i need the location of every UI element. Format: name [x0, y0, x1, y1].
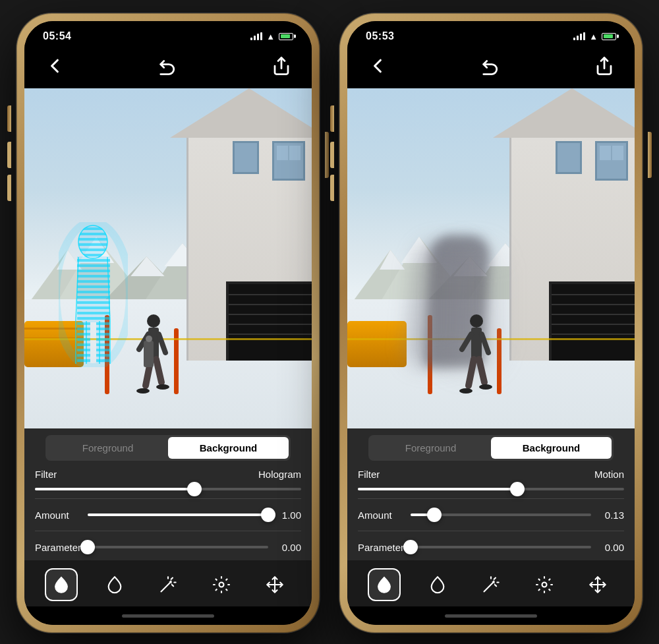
droplet-filled-tool-right[interactable]: [368, 568, 401, 601]
battery-icon-right: [602, 33, 616, 40]
time-right: 05:53: [366, 30, 394, 42]
segment-control-right[interactable]: Foreground Background: [368, 435, 614, 461]
parameter-value-right: 0.00: [598, 542, 624, 553]
top-nav-right: [347, 46, 635, 88]
svg-point-41: [219, 583, 223, 587]
parameter-slider-left[interactable]: [88, 541, 268, 554]
filter-label-right: Filter: [358, 469, 594, 480]
signal-icon: [250, 32, 262, 40]
photo-area-right: [347, 88, 635, 428]
svg-line-60: [479, 359, 484, 382]
filter-slider-left[interactable]: [35, 483, 301, 496]
gear-tool-right[interactable]: [528, 568, 561, 601]
svg-point-55: [470, 314, 483, 328]
svg-line-65: [494, 578, 496, 579]
status-bar-right: 05:53 ▲: [347, 21, 635, 46]
parameter-label-right: Parameter: [358, 542, 404, 553]
amount-label-left: Amount: [35, 510, 81, 521]
svg-line-67: [495, 585, 496, 586]
status-bar-left: 05:54 ▲: [24, 21, 312, 46]
share-button-right[interactable]: [590, 51, 619, 80]
filter-label-left: Filter: [35, 469, 258, 480]
time-left: 05:54: [43, 30, 71, 42]
signal-icon-right: [573, 32, 585, 40]
svg-point-35: [156, 384, 169, 390]
svg-marker-9: [130, 256, 164, 276]
background-tab-left[interactable]: Background: [168, 437, 289, 459]
segment-control-left[interactable]: Foreground Background: [45, 435, 291, 461]
amount-row-right: Amount 0.13: [347, 502, 635, 528]
svg-line-31: [159, 334, 165, 353]
back-button-right[interactable]: [363, 51, 392, 80]
wifi-icon: ▲: [266, 32, 275, 42]
amount-value-left: 1.00: [275, 510, 301, 521]
svg-point-28: [147, 314, 160, 328]
bottom-toolbar-right: [347, 560, 635, 606]
svg-line-63: [484, 581, 494, 591]
parameter-label-left: Parameter: [35, 542, 81, 553]
move-tool-right[interactable]: [581, 568, 614, 601]
parameter-row-right: Parameter 0.00: [347, 534, 635, 560]
amount-slider-right[interactable]: [411, 508, 591, 521]
status-icons-right: ▲: [573, 32, 616, 42]
amount-label-right: Amount: [358, 510, 404, 521]
left-phone: 05:54 ▲: [16, 13, 320, 633]
svg-point-61: [459, 388, 473, 394]
control-panel-right: Foreground Background Filter Motion: [347, 428, 635, 560]
home-indicator-left: [24, 606, 312, 625]
move-tool-left[interactable]: [258, 568, 291, 601]
svg-line-38: [171, 578, 173, 579]
svg-point-68: [542, 583, 546, 587]
filter-row-left: Filter Hologram: [24, 465, 312, 480]
svg-line-33: [156, 359, 161, 382]
photo-area-left: [24, 88, 312, 428]
wifi-icon-right: ▲: [589, 32, 598, 42]
battery-icon: [279, 33, 293, 40]
svg-point-62: [479, 384, 492, 390]
droplet-filled-tool-left[interactable]: [45, 568, 78, 601]
parameter-slider-right[interactable]: [411, 541, 591, 554]
filter-value-left: Hologram: [258, 469, 301, 480]
svg-line-36: [161, 581, 171, 591]
svg-line-57: [462, 334, 471, 349]
undo-button-left[interactable]: [154, 51, 183, 80]
background-tab-right[interactable]: Background: [491, 437, 612, 459]
foreground-tab-right[interactable]: Foreground: [370, 437, 491, 459]
svg-point-34: [136, 388, 150, 394]
amount-value-right: 0.13: [598, 510, 624, 521]
svg-line-40: [172, 585, 173, 586]
status-icons-left: ▲: [250, 32, 293, 42]
droplet-outline-tool-right[interactable]: [421, 568, 454, 601]
svg-line-59: [469, 359, 474, 386]
right-phone: 05:53 ▲: [339, 13, 643, 633]
undo-button-right[interactable]: [476, 51, 505, 80]
filter-value-right: Motion: [594, 469, 624, 480]
control-panel-left: Foreground Background Filter Hologram: [24, 428, 312, 560]
amount-row-left: Amount 1.00: [24, 502, 312, 528]
magic-wand-tool-left[interactable]: [152, 568, 185, 601]
svg-line-58: [482, 334, 488, 353]
home-indicator-right: [347, 606, 635, 625]
gear-tool-left[interactable]: [205, 568, 238, 601]
amount-slider-left[interactable]: [88, 508, 268, 521]
share-button-left[interactable]: [267, 51, 296, 80]
parameter-value-left: 0.00: [275, 542, 301, 553]
bottom-toolbar-left: [24, 560, 312, 606]
parameter-row-left: Parameter 0.00: [24, 534, 312, 560]
top-nav-left: [24, 46, 312, 88]
foreground-tab-left[interactable]: Foreground: [47, 437, 168, 459]
filter-row-right: Filter Motion: [347, 465, 635, 480]
back-button-left[interactable]: [40, 51, 69, 80]
filter-slider-right[interactable]: [358, 483, 624, 496]
magic-wand-tool-right[interactable]: [474, 568, 507, 601]
droplet-outline-tool-left[interactable]: [98, 568, 131, 601]
